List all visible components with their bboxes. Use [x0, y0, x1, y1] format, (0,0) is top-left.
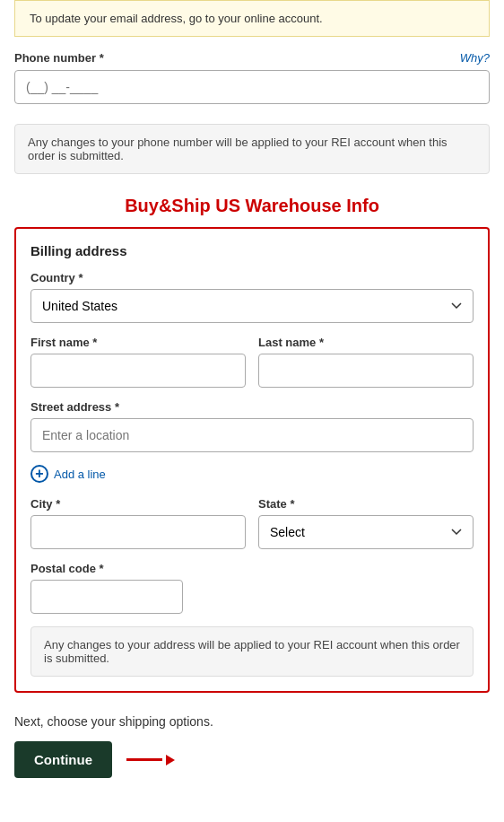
first-name-field: First name *	[30, 336, 246, 388]
phone-notice-text: Any changes to your phone number will be…	[28, 136, 448, 162]
country-label: Country *	[30, 271, 474, 284]
continue-button[interactable]: Continue	[14, 741, 112, 778]
add-line-label: Add a line	[54, 468, 106, 481]
email-notice: To update your email address, go to your…	[14, 0, 490, 37]
billing-title: Billing address	[30, 243, 474, 258]
section-title: Buy&Ship US Warehouse Info	[0, 188, 504, 227]
billing-address-box: Billing address Country * United States …	[14, 227, 490, 693]
name-row: First name * Last name *	[30, 336, 474, 388]
postal-label: Postal code *	[30, 562, 474, 575]
first-name-label: First name *	[30, 336, 246, 349]
street-address-field: Street address *	[30, 400, 474, 452]
add-line-icon: +	[30, 465, 48, 483]
state-field: State * Select AL AK AZ CA CO FL NY TX W…	[258, 497, 474, 549]
continue-row: Continue	[0, 741, 504, 796]
street-input[interactable]	[30, 418, 474, 452]
arrow-indicator	[126, 755, 175, 765]
phone-notice: Any changes to your phone number will be…	[14, 124, 490, 174]
phone-label-row: Phone number * Why?	[14, 51, 490, 65]
country-field: Country * United States Canada Other	[30, 271, 474, 323]
city-input[interactable]	[30, 515, 246, 549]
last-name-field: Last name *	[258, 336, 474, 388]
address-notice-text: Any changes to your address will be appl…	[44, 638, 460, 665]
last-name-input[interactable]	[258, 354, 474, 388]
state-select[interactable]: Select AL AK AZ CA CO FL NY TX WA	[258, 515, 474, 549]
last-name-label: Last name *	[258, 336, 474, 349]
arrow-line	[126, 758, 162, 761]
next-text: Next, choose your shipping options.	[0, 707, 504, 741]
street-label: Street address *	[30, 400, 474, 414]
city-label: City *	[30, 497, 246, 511]
postal-field: Postal code *	[30, 562, 474, 614]
email-notice-text: To update your email address, go to your…	[30, 12, 323, 25]
city-state-row: City * State * Select AL AK AZ CA CO FL …	[30, 497, 474, 549]
phone-section: Phone number * Why?	[0, 51, 504, 115]
add-line-button[interactable]: + Add a line	[30, 465, 474, 483]
phone-input[interactable]	[14, 70, 490, 104]
arrow-head	[166, 755, 175, 765]
postal-input[interactable]	[30, 580, 183, 614]
why-link[interactable]: Why?	[460, 51, 490, 65]
country-select[interactable]: United States Canada Other	[30, 289, 474, 323]
address-notice: Any changes to your address will be appl…	[30, 626, 474, 677]
city-field: City *	[30, 497, 246, 549]
first-name-input[interactable]	[30, 354, 246, 388]
phone-label: Phone number *	[14, 51, 104, 65]
state-label: State *	[258, 497, 474, 511]
